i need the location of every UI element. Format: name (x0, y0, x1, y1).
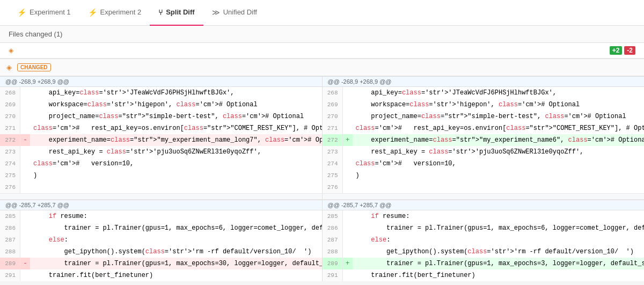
tab-unified-diff-label: Unified Diff (223, 8, 257, 16)
line-marker (20, 246, 30, 258)
table-row: 285 if resume: (0, 210, 322, 222)
line-number: 268 (0, 87, 20, 99)
line-code: trainer.fit(bert_finetuner) (353, 269, 645, 281)
table-row: 286 trainer = pl.Trainer(gpus=1, max_epo… (323, 222, 645, 234)
line-code: project_name=class="str">"simple-bert-te… (30, 111, 322, 122)
line-code: workspace=class='str'>'higepon', class='… (30, 99, 322, 111)
line-code: ) (353, 170, 645, 181)
line-code: else: (30, 234, 322, 246)
diff-left: 285 if resume:286 trainer = pl.Trainer(g… (0, 210, 323, 281)
table-row: 273 rest_api_key = class='str'>'pju3uoSq… (0, 146, 322, 158)
line-number: 276 (0, 181, 20, 193)
diff-right: 268 api_key=class='str'>'JTeaWcVdFJ6PHSj… (323, 87, 645, 193)
line-number: 273 (0, 146, 20, 158)
diff-stats: +2 -2 (610, 46, 635, 55)
table-row: 288 get_ipython().system(class='str'>'rm… (0, 246, 322, 258)
split-diff-hunk2: 285 if resume:286 trainer = pl.Trainer(g… (0, 210, 644, 281)
table-row: 275 ) (0, 170, 322, 181)
tab-experiment1[interactable]: ⚡ Experiment 1 (9, 0, 79, 26)
line-number: 271 (0, 122, 20, 134)
line-marker (343, 269, 353, 281)
line-number: 286 (0, 222, 20, 234)
file-row-left: ◈ (9, 47, 13, 54)
line-marker (20, 111, 30, 122)
table-row: 273 rest_api_key = class='str'>'pju3uoSq… (323, 146, 645, 158)
tab-unified-diff[interactable]: ≫ Unified Diff (203, 0, 266, 26)
table-row: 287 else: (0, 234, 322, 246)
line-code: if resume: (30, 210, 322, 222)
stat-del: -2 (624, 46, 635, 55)
diff-container: ◈ CHANGED @@ -268,9 +268,9 @@ @@ -268,9 … (0, 59, 644, 281)
line-marker (343, 210, 353, 222)
line-code: trainer = pl.Trainer(gpus=1, max_epochs=… (353, 258, 645, 269)
unified-diff-icon: ≫ (212, 8, 220, 17)
hunk1-header-row: @@ -268,9 +268,9 @@ @@ -268,9 +268,9 @@ (0, 76, 644, 87)
line-code: if resume: (353, 210, 645, 222)
line-number: 273 (323, 146, 343, 158)
split-diff-icon: ⑂ (158, 8, 163, 17)
line-code: api_key=class='str'>'JTeaWcVdFJ6PHSjHlhw… (30, 87, 322, 99)
table-row: 276 (0, 181, 322, 193)
table-row: 270 project_name=class="str">"simple-ber… (0, 111, 322, 122)
line-number: 270 (0, 111, 20, 122)
hunk2-header-left: @@ -285,7 +285,7 @@ (0, 200, 323, 210)
line-code: else: (353, 234, 645, 246)
table-row: 291 trainer.fit(bert_finetuner) (0, 269, 322, 281)
line-code: project_name=class="str">"simple-bert-te… (353, 111, 645, 122)
line-number: 286 (323, 222, 343, 234)
table-row: 288 get_ipython().system(class='str'>'rm… (323, 246, 645, 258)
line-code: trainer = pl.Trainer(gpus=1, max_epochs=… (353, 222, 645, 234)
files-changed-label: Files changed (1) (9, 30, 62, 38)
line-number: 285 (323, 210, 343, 222)
line-marker (343, 111, 353, 122)
line-number: 270 (323, 111, 343, 122)
line-code: class='cm'># rest_api_key=os.environ[cla… (353, 122, 645, 134)
table-row: 271 class='cm'># rest_api_key=os.environ… (0, 122, 322, 134)
line-code: class='cm'># version=10, (30, 158, 322, 170)
table-row: 291 trainer.fit(bert_finetuner) (323, 269, 645, 281)
line-number: 291 (0, 269, 20, 281)
hunk2-header-row: @@ -285,7 +285,7 @@ @@ -285,7 +285,7 @@ (0, 200, 644, 210)
line-marker (20, 269, 30, 281)
hunk-spacer (0, 193, 644, 200)
line-code: get_ipython().system(class='str'>'rm -rf… (353, 246, 645, 258)
line-code: api_key=class='str'>'JTeaWcVdFJ6PHSjHlhw… (353, 87, 645, 99)
line-code: experiment_name=class="str">"my_experime… (353, 134, 645, 146)
file-header: ◈ CHANGED (0, 59, 644, 76)
line-number: 272 (323, 134, 343, 146)
line-number: 272 (0, 134, 20, 146)
table-row: 272- experiment_name=class="str">"my_exp… (0, 134, 322, 146)
tab-split-diff-label: Split Diff (166, 8, 194, 16)
line-number: 289 (0, 258, 20, 269)
tab-experiment2[interactable]: ⚡ Experiment 2 (79, 0, 150, 26)
tab-experiment1-label: Experiment 1 (30, 8, 71, 16)
line-code (353, 181, 645, 193)
line-marker: - (20, 134, 30, 146)
table-row: 271 class='cm'># rest_api_key=os.environ… (323, 122, 645, 134)
changed-badge: CHANGED (17, 63, 51, 71)
table-row: 274 class='cm'># version=10, (323, 158, 645, 170)
table-row: 272+ experiment_name=class="str">"my_exp… (323, 134, 645, 146)
line-marker (343, 170, 353, 181)
line-number: 268 (323, 87, 343, 99)
table-row: 286 trainer = pl.Trainer(gpus=1, max_epo… (0, 222, 322, 234)
table-row: 269 workspace=class='str'>'higepon', cla… (0, 99, 322, 111)
line-number: 274 (0, 158, 20, 170)
table-row: 270 project_name=class="str">"simple-ber… (323, 111, 645, 122)
line-code: get_ipython().system(class='str'>'rm -rf… (30, 246, 322, 258)
table-row: 289+ trainer = pl.Trainer(gpus=1, max_ep… (323, 258, 645, 269)
line-number: 291 (323, 269, 343, 281)
line-number: 275 (323, 170, 343, 181)
line-number: 269 (323, 99, 343, 111)
line-marker (20, 234, 30, 246)
files-changed-bar: Files changed (1) (0, 26, 644, 43)
hunk2-header-right: @@ -285,7 +285,7 @@ (323, 200, 645, 210)
line-code: rest_api_key = class='str'>'pju3uoSq6ZNw… (30, 146, 322, 158)
line-number: 271 (323, 122, 343, 134)
table-row: 274 class='cm'># version=10, (0, 158, 322, 170)
tab-split-diff[interactable]: ⑂ Split Diff (150, 0, 203, 26)
line-number: 269 (0, 99, 20, 111)
line-code: rest_api_key = class='str'>'pju3uoSq6ZNw… (353, 146, 645, 158)
experiment1-icon: ⚡ (17, 8, 26, 17)
line-marker (20, 158, 30, 170)
